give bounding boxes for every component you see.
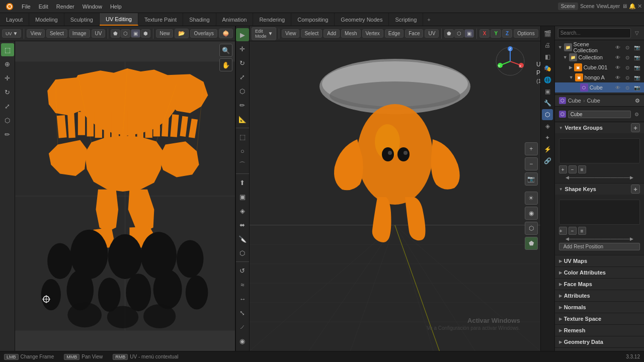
uv-zoom-btn[interactable]: 🔍 <box>219 44 232 57</box>
sk-scroll-icon[interactable]: ≡ <box>578 227 586 235</box>
tab-compositing[interactable]: Compositing <box>291 13 335 26</box>
uv-edge-mode[interactable]: ⬡ <box>121 29 130 38</box>
data-props-btn[interactable]: ⬡ <box>542 109 553 120</box>
viewport-scale-tool[interactable]: ⤢ <box>236 70 249 83</box>
viewport-shear-tool[interactable]: ⟋ <box>236 320 249 333</box>
uv-face-mode[interactable]: ▣ <box>131 29 140 38</box>
zoom-in-btn[interactable]: + <box>525 142 538 155</box>
viewport-cursor-tool[interactable]: ▶ <box>236 28 249 41</box>
transform-tool[interactable]: ⬡ <box>1 114 14 127</box>
uv-mode-selector[interactable]: UV▼ <box>2 29 21 38</box>
move-tool[interactable]: ✛ <box>1 71 14 84</box>
uv-open-btn[interactable]: 📂 <box>175 29 189 38</box>
material-props-btn[interactable]: ◈ <box>542 121 553 132</box>
viewport-poly-build[interactable]: ⬡ <box>236 246 249 259</box>
coll-sel-icon[interactable]: ⊙ <box>623 53 631 61</box>
axis-gizmo[interactable]: X Y Z <box>495 46 525 76</box>
tab-geometry-nodes[interactable]: Geometry Nodes <box>335 13 389 26</box>
viewport-inset-tool[interactable]: ▣ <box>236 190 249 203</box>
remesh-header[interactable]: ▶ Remesh <box>555 325 644 336</box>
uv-island-mode[interactable]: ⬢ <box>141 29 150 38</box>
viewport-transform-tool[interactable]: ⬡ <box>236 84 249 98</box>
3d-view-menu[interactable]: View <box>282 29 300 38</box>
sc-eye-icon[interactable]: 👁 <box>614 43 622 51</box>
add-rest-position-btn[interactable]: Add Rest Position <box>559 243 640 250</box>
viewport-shrink-tool[interactable]: ⤡ <box>236 306 249 319</box>
3d-face-mode-btn[interactable]: ▣ <box>464 29 474 38</box>
uv-hand-btn[interactable]: ✋ <box>219 58 232 71</box>
vg-add-icon[interactable]: + <box>559 165 567 173</box>
3d-add-menu[interactable]: Add <box>324 29 340 38</box>
workspace-dropdown[interactable]: Scene <box>558 3 578 10</box>
hongo-rend[interactable]: 📷 <box>633 73 641 81</box>
geometry-data-header[interactable]: ▶ Geometry Data <box>555 336 644 347</box>
cube-rend[interactable]: 📷 <box>633 83 641 92</box>
color-attributes-header[interactable]: ▶ Color Attributes <box>555 267 644 278</box>
uv-maps-header[interactable]: ▶ UV Maps <box>555 255 644 266</box>
viewport-extrude-tool[interactable]: ⬆ <box>236 176 249 189</box>
cube001-eye[interactable]: 👁 <box>614 63 622 71</box>
engine-icon[interactable]: 🖥 <box>622 3 627 10</box>
edit-menu[interactable]: Edit <box>35 3 52 11</box>
scene-icon[interactable]: 🔔 <box>629 3 636 10</box>
3d-options-btn[interactable]: Options <box>514 29 538 38</box>
sk-add-icon[interactable]: + <box>559 227 567 235</box>
cube001-sel[interactable]: ⊙ <box>623 63 631 71</box>
output-props-btn[interactable]: 🖨 <box>542 40 553 51</box>
material-view-btn[interactable]: ◉ <box>525 207 538 220</box>
particle-props-btn[interactable]: ✦ <box>542 132 553 143</box>
shape-keys-header[interactable]: ▼ Shape Keys + <box>555 184 644 195</box>
uv-uv-menu[interactable]: UV <box>92 29 106 38</box>
3d-z-axis[interactable]: Z <box>502 29 512 38</box>
uv-overlays-btn[interactable]: Overlays <box>190 29 217 38</box>
physics-props-btn[interactable]: ⚡ <box>542 144 553 155</box>
cube001-row[interactable]: ▶ ▣ Cube.001 👁 ⊙ 📷 <box>555 62 644 72</box>
normals-header[interactable]: ▶ Normals <box>555 302 644 313</box>
3d-face-menu[interactable]: Face <box>405 29 423 38</box>
file-menu[interactable]: File <box>18 3 34 11</box>
viewport-annotate-tool[interactable]: ✏ <box>236 99 249 112</box>
render-view-btn[interactable]: ☀ <box>525 192 538 205</box>
sc-render-icon[interactable]: 📷 <box>633 43 641 51</box>
viewport-knife-tool[interactable]: 🔪 <box>236 232 249 245</box>
sk-add-btn[interactable]: + <box>631 185 640 194</box>
uv-select-menu[interactable]: Select <box>46 29 67 38</box>
blender-menu[interactable] <box>2 2 17 12</box>
wireframe-view-btn[interactable]: ⬡ <box>525 222 538 235</box>
window-menu[interactable]: Window <box>79 3 106 11</box>
viewport-bevel-tool[interactable]: ◈ <box>236 204 249 217</box>
modifier-props-btn[interactable]: 🔧 <box>542 98 553 109</box>
hongo-sel[interactable]: ⊙ <box>623 73 631 81</box>
add-workspace-tab[interactable]: + <box>423 13 434 26</box>
tab-texture-paint[interactable]: Texture Paint <box>138 13 183 26</box>
uv-view-menu[interactable]: View <box>27 29 45 38</box>
coll-eye-icon[interactable]: 👁 <box>614 53 622 61</box>
tab-layout[interactable]: Layout <box>0 13 29 26</box>
solid-view-btn[interactable]: ⬟ <box>525 237 538 250</box>
view-layer-props-btn[interactable]: ◧ <box>542 51 553 62</box>
viewport-to-sphere[interactable]: ◉ <box>236 334 249 347</box>
3d-edge-menu[interactable]: Edge <box>385 29 404 38</box>
viewport-move-tool[interactable]: ✛ <box>236 42 249 55</box>
outliner-filter-btn[interactable]: ▽ <box>633 29 641 37</box>
world-props-btn[interactable]: 🌐 <box>542 74 553 85</box>
uv-vertex-mode[interactable]: ⬟ <box>111 29 120 38</box>
scale-tool[interactable]: ⤢ <box>1 100 14 113</box>
3d-edge-mode-btn[interactable]: ⬡ <box>454 29 464 38</box>
render-props-btn[interactable]: 🎬 <box>542 28 553 39</box>
viewport-spin-tool[interactable]: ↺ <box>236 264 249 277</box>
sc-select-icon[interactable]: ⊙ <box>623 43 631 51</box>
collection-row[interactable]: ▼ 📁 Collection 👁 ⊙ 📷 <box>555 52 644 62</box>
tab-sculpting[interactable]: Sculpting <box>64 13 100 26</box>
face-maps-header[interactable]: ▶ Face Maps <box>555 279 644 290</box>
3d-vert-mode-btn[interactable]: ⬟ <box>444 29 454 38</box>
vg-add-btn[interactable]: + <box>631 123 640 132</box>
texture-space-header[interactable]: ▶ Texture Space <box>555 313 644 324</box>
3d-scene-area[interactable]: X Y Z User Perspective (1) Cube + <box>250 41 540 351</box>
scene-props-btn[interactable]: 🎭 <box>542 63 553 74</box>
object-props-btn[interactable]: ▣ <box>542 86 553 97</box>
viewport-rotate-tool[interactable]: ↻ <box>236 56 249 69</box>
annotate-tool[interactable]: ✏ <box>1 128 14 141</box>
breadcrumb-item-1[interactable]: Cube <box>568 98 581 104</box>
vertex-groups-header[interactable]: ▼ Vertex Groups + <box>555 122 644 133</box>
